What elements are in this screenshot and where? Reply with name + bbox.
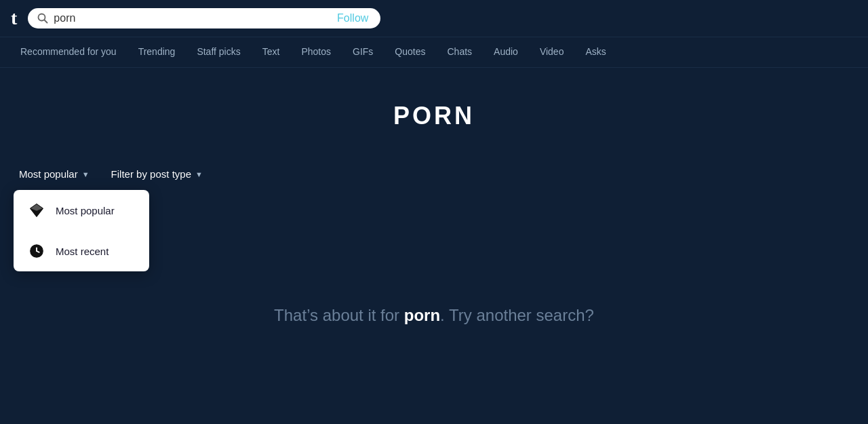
sort-option-most-recent[interactable]: Most recent <box>14 231 149 271</box>
empty-state-suffix: . Try another search? <box>440 306 594 324</box>
tab-asks[interactable]: Asks <box>576 38 615 66</box>
clock-icon <box>27 242 46 261</box>
header: t Follow <box>0 0 868 37</box>
main-content: PORN Most popular ▼ Filter by post type … <box>0 68 868 339</box>
sort-dropdown-menu: Most popular Most recent <box>14 190 149 271</box>
tab-trending[interactable]: Trending <box>129 38 185 66</box>
tab-photos[interactable]: Photos <box>292 38 340 66</box>
tab-video[interactable]: Video <box>530 38 574 66</box>
filters-row: Most popular ▼ Filter by post type ▼ Mos… <box>14 157 854 184</box>
logo[interactable]: t <box>11 9 17 28</box>
sort-option-most-popular[interactable]: Most popular <box>14 190 149 231</box>
tab-staff-picks[interactable]: Staff picks <box>187 38 250 66</box>
nav-tabs: Recommended for you Trending Staff picks… <box>0 37 868 68</box>
tab-chats[interactable]: Chats <box>437 38 481 66</box>
follow-button[interactable]: Follow <box>334 12 371 24</box>
sort-option-most-popular-label: Most popular <box>56 205 115 216</box>
search-heading: PORN <box>14 81 854 157</box>
tab-audio[interactable]: Audio <box>484 38 528 66</box>
search-bar: Follow <box>28 8 380 28</box>
sort-chevron-icon: ▼ <box>82 170 90 178</box>
tab-recommended[interactable]: Recommended for you <box>11 38 126 66</box>
empty-state-prefix: That’s about it for <box>274 306 404 324</box>
post-type-chevron-icon: ▼ <box>195 170 203 178</box>
empty-state: That’s about it for porn. Try another se… <box>14 306 854 325</box>
svg-line-1 <box>45 20 47 23</box>
post-type-label: Filter by post type <box>111 168 191 180</box>
search-icon <box>37 13 48 24</box>
diamond-icon <box>27 201 46 220</box>
sort-dropdown[interactable]: Most popular ▼ <box>14 164 95 184</box>
tab-gifs[interactable]: GIFs <box>343 38 382 66</box>
empty-state-term: porn <box>404 306 440 324</box>
sort-option-most-recent-label: Most recent <box>56 246 108 257</box>
post-type-dropdown[interactable]: Filter by post type ▼ <box>106 164 208 184</box>
search-input[interactable] <box>54 12 329 24</box>
sort-label: Most popular <box>19 168 78 180</box>
tab-text[interactable]: Text <box>253 38 290 66</box>
tab-quotes[interactable]: Quotes <box>385 38 435 66</box>
